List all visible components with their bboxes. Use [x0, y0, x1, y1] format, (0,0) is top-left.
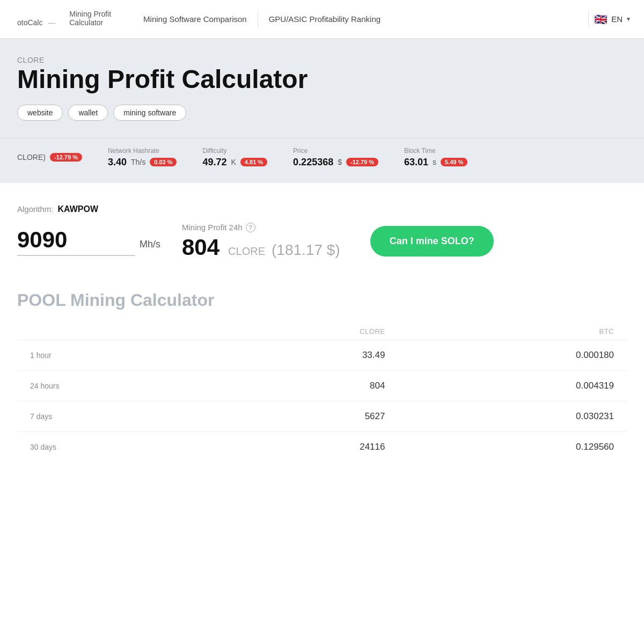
table-cell-btc: 0.129560 [398, 431, 627, 462]
page-title: Mining Profit Calculator [17, 65, 627, 94]
table-cell-period: 1 hour [17, 340, 215, 370]
block-time-badge: 5.49 % [441, 158, 467, 166]
table-header-period [17, 323, 215, 340]
table-cell-clore: 5627 [215, 401, 398, 431]
table-row: 1 hour 33.49 0.000180 [17, 340, 627, 370]
chevron-down-icon: ▼ [626, 16, 631, 22]
table-cell-clore: 804 [215, 370, 398, 401]
wallet-tag[interactable]: wallet [68, 105, 108, 121]
profit-value-row: 804 CLORE (181.17 $) [182, 235, 340, 260]
difficulty-stat: Difficulty 49.72 K 4.81 % [202, 147, 267, 168]
price-value-row: 0.225368 $ -12.79 % [293, 157, 378, 168]
coin-label-area: CLORE) -12.79 % [17, 153, 82, 162]
difficulty-value-row: 49.72 K 4.81 % [202, 157, 267, 168]
hero-section: CLORE Mining Profit Calculator website w… [0, 39, 644, 138]
header-right: 🇬🇧 EN ▼ [588, 11, 631, 27]
pool-section: POOL Mining Calculator CLORE BTC 1 hour … [0, 273, 644, 462]
difficulty-unit: K [231, 158, 236, 166]
network-hashrate-badge: 0.03 % [150, 158, 177, 166]
logo-area: otoCalc — Mining ProfitCalculator [13, 10, 111, 29]
difficulty-badge: 4.81 % [240, 158, 267, 166]
network-hashrate-unit: Th/s [131, 158, 145, 166]
profit-section: Mining Profit 24h ? 804 CLORE (181.17 $) [182, 223, 340, 260]
difficulty-value: 49.72 [202, 157, 226, 168]
hero-tags: website wallet mining software [17, 105, 627, 121]
solo-mine-button[interactable]: Can I mine SOLO? [370, 226, 494, 257]
stats-bar: CLORE) -12.79 % Network Hashrate 3.40 Th… [0, 138, 644, 183]
coin-label: CLORE) [17, 153, 46, 162]
block-time-stat: Block Time 63.01 s 5.49 % [404, 147, 467, 168]
coin-badge: CLORE [17, 56, 627, 64]
hashrate-input[interactable] [17, 227, 135, 256]
table-header-btc: BTC [398, 323, 627, 340]
price-stat: Price 0.225368 $ -12.79 % [293, 147, 378, 168]
lang-label: EN [611, 14, 623, 24]
network-hashrate-value-row: 3.40 Th/s 0.03 % [108, 157, 177, 168]
price-value: 0.225368 [293, 157, 333, 168]
block-time-label: Block Time [404, 147, 467, 155]
lang-separator [588, 11, 589, 27]
network-hashrate-stat: Network Hashrate 3.40 Th/s 0.03 % [108, 147, 177, 168]
hashrate-group: Mh/s [17, 227, 160, 256]
block-time-unit: s [433, 158, 436, 166]
algo-label: Algorithm: [17, 204, 54, 214]
help-icon[interactable]: ? [246, 223, 255, 232]
block-time-value-row: 63.01 s 5.49 % [404, 157, 467, 168]
algo-value: KAWPOW [58, 204, 99, 214]
table-row: 7 days 5627 0.030231 [17, 401, 627, 431]
logo-dash: — [46, 18, 57, 27]
calc-main: Mh/s Mining Profit 24h ? 804 CLORE (181.… [17, 223, 627, 260]
profit-amount: 804 [182, 235, 219, 260]
network-hashrate-label: Network Hashrate [108, 147, 177, 155]
network-hashrate-value: 3.40 [108, 157, 127, 168]
coin-change-badge: -12.79 % [50, 153, 82, 162]
nav-mining-software[interactable]: Mining Software Comparison [133, 14, 258, 24]
hashrate-row: Mh/s [17, 227, 160, 256]
table-cell-period: 7 days [17, 401, 215, 431]
table-cell-period: 24 hours [17, 370, 215, 401]
website-tag[interactable]: website [17, 105, 63, 121]
algorithm-row: Algorithm: KAWPOW [17, 204, 627, 214]
flag-icon: 🇬🇧 [593, 12, 608, 27]
profit-usd: (181.17 $) [272, 241, 340, 259]
pool-title: POOL Mining Calculator [17, 290, 627, 310]
main-nav: Mining Software Comparison GPU/ASIC Prof… [133, 11, 588, 27]
mining-software-tag[interactable]: mining software [113, 105, 186, 121]
price-unit: $ [338, 158, 342, 166]
table-cell-btc: 0.004319 [398, 370, 627, 401]
table-cell-btc: 0.030231 [398, 401, 627, 431]
logo-subtitle: Mining ProfitCalculator [65, 10, 111, 28]
table-row: 30 days 24116 0.129560 [17, 431, 627, 462]
difficulty-label: Difficulty [202, 147, 267, 155]
price-label: Price [293, 147, 378, 155]
table-cell-btc: 0.000180 [398, 340, 627, 370]
table-header-row: CLORE BTC [17, 323, 627, 340]
language-selector[interactable]: 🇬🇧 EN ▼ [593, 12, 631, 27]
logo-text: otoCalc [17, 18, 42, 27]
block-time-value: 63.01 [404, 157, 428, 168]
calculator-section: Algorithm: KAWPOW Mh/s Mining Profit 24h… [0, 183, 644, 273]
table-cell-period: 30 days [17, 431, 215, 462]
nav-profitability-ranking[interactable]: GPU/ASIC Profitability Ranking [258, 14, 391, 24]
profit-coin: CLORE [228, 245, 265, 258]
table-header-clore: CLORE [215, 323, 398, 340]
price-badge: -12.79 % [346, 158, 378, 166]
table-cell-clore: 24116 [215, 431, 398, 462]
table-cell-clore: 33.49 [215, 340, 398, 370]
header: otoCalc — Mining ProfitCalculator Mining… [0, 0, 644, 39]
table-row: 24 hours 804 0.004319 [17, 370, 627, 401]
profit-label: Mining Profit 24h ? [182, 223, 340, 232]
hashrate-unit: Mh/s [140, 239, 160, 250]
pool-table: CLORE BTC 1 hour 33.49 0.000180 24 hours… [17, 323, 627, 462]
